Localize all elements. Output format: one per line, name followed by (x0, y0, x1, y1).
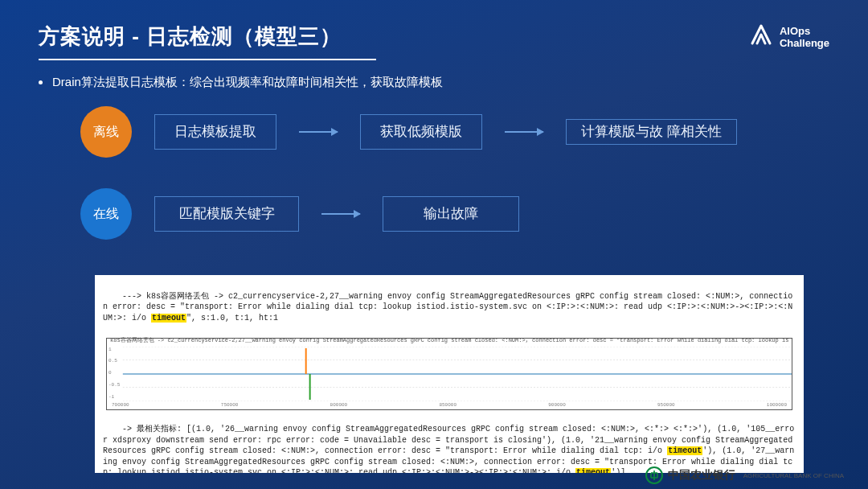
arrow-icon (321, 213, 360, 215)
bank-logo: 中国农业银行 AGRICULTURAL BANK OF CHINA (645, 466, 844, 484)
aiops-logo: AIOps Challenge (749, 23, 829, 52)
bullet-dot-icon (39, 80, 43, 84)
bullet-row: Drain算法提取日志模板：综合出现频率和故障时间相关性，获取故障模板 (0, 60, 868, 90)
aiops-logo-text: AIOps Challenge (780, 26, 829, 49)
bullet-text: Drain算法提取日志模板：综合出现频率和故障时间相关性，获取故障模板 (52, 75, 443, 90)
bank-logo-icon (645, 466, 663, 484)
slide-title: 方案说明 - 日志检测（模型三） (39, 23, 376, 51)
xtick: 900000 (548, 402, 566, 409)
chart-caption: k8s容器网络丢包 -> c2_currencyservice-2,27__wa… (110, 337, 788, 344)
highlight-timeout-2: timeout (667, 446, 702, 455)
slide-header: 方案说明 - 日志检测（模型三） AIOps Challenge (0, 0, 868, 60)
chart-xticks: 700000 750000 800000 850000 900000 95000… (107, 402, 792, 409)
bank-name-en: AGRICULTURAL BANK OF CHINA (743, 472, 844, 479)
online-step-1: 匹配模版关键字 (154, 196, 299, 231)
offline-step-3: 计算模版与故 障相关性 (566, 119, 737, 144)
arrow-icon (299, 131, 338, 133)
flow-online-row: 在线 匹配模版关键字 输出故障 (80, 188, 829, 240)
title-wrap: 方案说明 - 日志检测（模型三） (39, 23, 376, 60)
highlight-timeout-1: timeout (151, 314, 186, 323)
xtick: 950000 (657, 402, 675, 409)
flow-area: 离线 日志模板提取 获取低频模版 计算模版与故 障相关性 在线 匹配模版关键字 … (0, 90, 868, 240)
aiops-logo-mark (749, 23, 773, 52)
xtick: 700000 (112, 402, 129, 409)
xtick: 750000 (221, 402, 239, 409)
log-panel: ---> k8s容器网络丢包 -> c2_currencyservice-2,2… (95, 275, 804, 473)
highlight-timeout-3: timeout (575, 468, 611, 473)
xtick: 1000000 (767, 402, 787, 409)
log-line-1b: ", s:1.0, t:1, ht:1 (186, 314, 278, 323)
aiops-line1: AIOps (780, 25, 810, 37)
bank-name-cn: 中国农业银行 (668, 468, 735, 483)
log-line-2: -> 最相关指标: [(1.0, '26__warning envoy conf… (103, 413, 796, 474)
online-badge: 在线 (80, 188, 132, 240)
offline-step-2: 获取低频模版 (360, 114, 482, 149)
arrow-icon (505, 131, 543, 133)
flow-offline-row: 离线 日志模板提取 获取低频模版 计算模版与故 障相关性 (80, 106, 829, 158)
online-step-2: 输出故障 (383, 196, 519, 231)
chart-svg (107, 347, 792, 401)
log-line-2c: ')] (611, 468, 625, 473)
log-line-1: ---> k8s容器网络丢包 -> c2_currencyservice-2,2… (103, 280, 796, 335)
offline-step-1: 日志模板提取 (154, 114, 276, 149)
offline-badge: 离线 (80, 106, 132, 158)
xtick: 850000 (439, 402, 457, 409)
correlation-chart: k8s容器网络丢包 -> c2_currencyservice-2,27__wa… (106, 338, 792, 410)
title-underline (39, 59, 376, 60)
aiops-line2: Challenge (780, 37, 829, 49)
xtick: 800000 (330, 402, 348, 409)
